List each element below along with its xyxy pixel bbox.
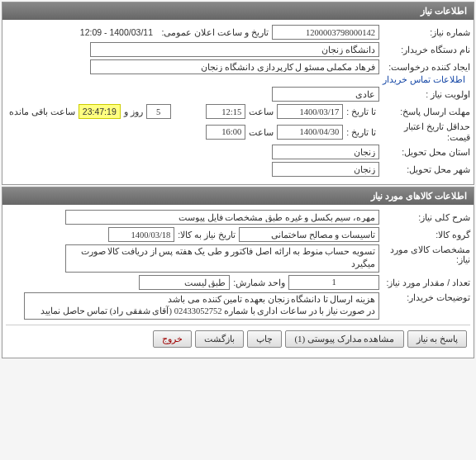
- spec-label: مشخصات کالای مورد نیاز:: [379, 244, 470, 264]
- spec-field[interactable]: [65, 244, 379, 272]
- need-until-field[interactable]: [108, 227, 174, 242]
- deadline-date-field[interactable]: [277, 104, 343, 119]
- countdown-value: 23:47:19: [79, 104, 121, 119]
- qty-label: تعداد / مقدار مورد نیاز:: [379, 277, 470, 287]
- requester-label: ایجاد کننده درخواست:: [379, 62, 470, 72]
- days-label: روز و: [121, 107, 146, 116]
- buyer-field[interactable]: [90, 42, 379, 57]
- desc-label: شرح کلی نیاز:: [379, 212, 470, 222]
- group-field[interactable]: [239, 227, 379, 242]
- panel1-title: اطلاعات نیاز: [2, 2, 474, 20]
- desc-field[interactable]: [65, 210, 379, 225]
- valid-date-field[interactable]: [277, 125, 343, 140]
- days-field[interactable]: [146, 104, 171, 119]
- announce-value: 1400/03/11 - 12:09: [77, 26, 156, 38]
- time-label-1: ساعت: [245, 107, 277, 116]
- min-valid-label: حداقل تاریخ اعتبار قیمت:: [379, 121, 470, 142]
- deadline-time-field[interactable]: [206, 104, 245, 119]
- exit-button[interactable]: خروج: [153, 330, 192, 348]
- requester-field[interactable]: [90, 59, 379, 74]
- deliver-state-field[interactable]: [272, 145, 379, 159]
- need-no-label: شماره نیاز:: [379, 27, 470, 37]
- button-row: پاسخ به نیاز مشاهده مدارک پیوستی (1) چاپ…: [6, 325, 470, 353]
- valid-until-label: تا تاریخ :: [343, 127, 379, 137]
- goods-info-panel: اطلاعات کالاهای مورد نیاز شرح کلی نیاز: …: [2, 187, 474, 358]
- unit-label: واحد شمارش:: [230, 277, 288, 287]
- need-no-field[interactable]: [272, 25, 379, 40]
- deliver-city-label: شهر محل تحویل:: [379, 164, 470, 174]
- deliver-state-label: استان محل تحویل:: [379, 147, 470, 157]
- notes-field[interactable]: [24, 292, 379, 320]
- print-button[interactable]: چاپ: [247, 330, 282, 348]
- unit-field[interactable]: [139, 275, 230, 290]
- qty-field[interactable]: [288, 275, 379, 290]
- until-label: تا تاریخ :: [343, 107, 379, 116]
- need-info-panel: اطلاعات نیاز شماره نیاز: تاریخ و ساعت اع…: [2, 2, 474, 185]
- group-label: گروه کالا:: [379, 230, 470, 239]
- remaining-label: ساعت باقی مانده: [6, 107, 79, 116]
- attachments-button[interactable]: مشاهده مدارک پیوستی (1): [285, 330, 403, 348]
- valid-time-field[interactable]: [206, 125, 245, 140]
- priority-field[interactable]: [272, 87, 379, 102]
- announce-label: تاریخ و ساعت اعلان عمومی:: [156, 27, 272, 37]
- contact-link[interactable]: اطلاعات تماس خریدار: [383, 74, 470, 84]
- panel2-title: اطلاعات کالاهای مورد نیاز: [2, 187, 474, 205]
- buyer-label: نام دستگاه خریدار:: [379, 45, 470, 55]
- deliver-city-field[interactable]: [272, 162, 379, 177]
- priority-label: اولویت نیاز :: [379, 89, 470, 99]
- reply-button[interactable]: پاسخ به نیاز: [407, 330, 468, 348]
- time-label-2: ساعت: [245, 127, 277, 137]
- notes-label: توضیحات خریدار:: [379, 292, 470, 302]
- deadline-label: مهلت ارسال پاسخ:: [379, 107, 470, 116]
- need-until-label: تاریخ نیاز به کالا:: [174, 230, 239, 239]
- back-button[interactable]: بازگشت: [195, 330, 244, 348]
